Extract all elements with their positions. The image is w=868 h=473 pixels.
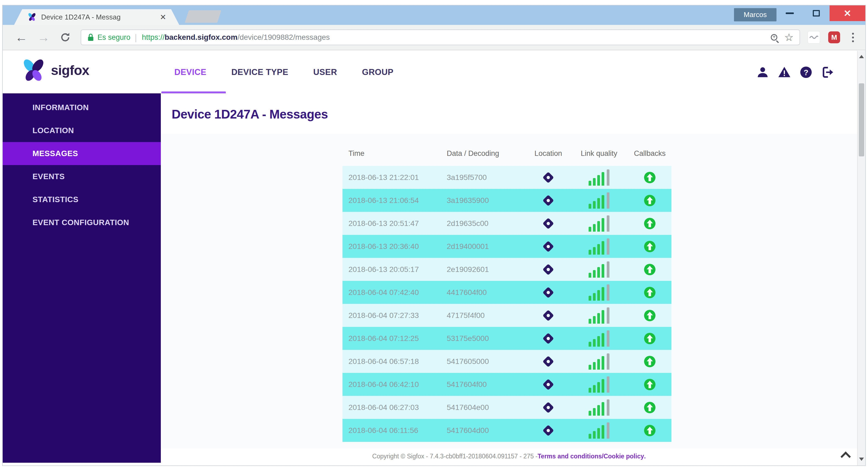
address-bar[interactable]: Es seguro | https://backend.sigfox.com/d… [81, 30, 800, 45]
location-icon[interactable] [542, 356, 554, 367]
messages-content: Device 1D247A - Messages Time Data / Dec… [161, 93, 857, 448]
link-quality-cell [570, 353, 628, 370]
sidebar-item-events[interactable]: EVENTS [3, 165, 161, 188]
sigfox-butterfly-icon [20, 57, 47, 84]
callback-up-arrow-icon[interactable] [644, 194, 656, 207]
location-cell [527, 334, 570, 343]
location-icon[interactable] [542, 241, 554, 252]
nav-item-user[interactable]: USER [301, 51, 349, 93]
sigfox-favicon-icon [27, 12, 37, 22]
sidebar-item-statistics[interactable]: STATISTICS [3, 188, 161, 211]
scrollbar-up-arrow[interactable] [858, 52, 865, 61]
sidebar-item-information[interactable]: INFORMATION [3, 96, 161, 119]
window-restore-button[interactable] [803, 5, 830, 21]
location-cell [527, 311, 570, 319]
url-text[interactable]: https://backend.sigfox.com/device/190988… [142, 33, 330, 42]
location-icon[interactable] [542, 264, 554, 275]
browser-menu-icon[interactable] [848, 32, 858, 43]
page-scrollbar[interactable] [857, 51, 865, 465]
callback-up-arrow-icon[interactable] [644, 424, 656, 437]
sidebar-item-event-configuration[interactable]: EVENT CONFIGURATION [3, 211, 161, 234]
sigfox-logo[interactable]: sigfox [20, 57, 89, 84]
user-profile-icon[interactable] [756, 66, 769, 78]
help-icon[interactable]: ? [800, 66, 812, 78]
reload-button[interactable] [60, 32, 71, 43]
nav-item-device[interactable]: DEVICE [168, 51, 219, 93]
secure-lock-icon [87, 33, 94, 42]
location-cell [527, 173, 570, 181]
location-icon[interactable] [542, 333, 554, 344]
callback-up-arrow-icon[interactable] [644, 378, 656, 391]
browser-toolbar: ← → Es seguro | https://backend.sigfox.c… [3, 25, 865, 50]
terms-link[interactable]: Terms and conditions [538, 453, 602, 460]
back-button[interactable]: ← [15, 31, 28, 43]
callback-up-arrow-icon[interactable] [644, 240, 656, 253]
callback-up-arrow-icon[interactable] [644, 401, 656, 414]
logout-icon[interactable] [821, 66, 834, 78]
header-icons: ? [756, 51, 834, 93]
reload-icon [60, 32, 71, 43]
callbacks-cell [628, 240, 672, 253]
sigfox-page: sigfox DEVICE DEVICE TYPE USER GROUP [3, 51, 865, 465]
location-cell [527, 242, 570, 250]
brand-wordmark: sigfox [51, 63, 89, 78]
callback-up-arrow-icon[interactable] [644, 309, 656, 322]
tab-close-icon[interactable]: ✕ [160, 13, 166, 22]
message-time: 2018-06-13 20:05:17 [342, 265, 447, 274]
window-close-button[interactable]: ✕ [830, 5, 865, 21]
cookie-policy-link[interactable]: Cookie policy [603, 453, 644, 460]
location-icon[interactable] [542, 172, 554, 183]
sidebar-item-location[interactable]: LOCATION [3, 119, 161, 142]
link-quality-cell [570, 307, 628, 324]
message-row: 2018-06-04 06:57:18 5417605000 [342, 350, 672, 373]
bookmark-star-icon[interactable]: ☆ [784, 32, 794, 42]
message-data: 5417605000 [447, 357, 527, 366]
callback-up-arrow-icon[interactable] [644, 263, 656, 276]
scrollbar-thumb[interactable] [859, 83, 864, 157]
location-cell [527, 289, 570, 297]
message-data: 3a195f5700 [447, 173, 527, 182]
location-icon[interactable] [542, 310, 554, 321]
callbacks-cell [628, 286, 672, 299]
browser-titlebar: Device 1D247A - Messag ✕ Marcos ✕ [3, 5, 865, 25]
callback-up-arrow-icon[interactable] [644, 355, 656, 368]
message-row: 2018-06-13 21:22:01 3a195f5700 [342, 166, 672, 189]
message-row: 2018-06-13 20:51:47 2d19635c00 [342, 212, 672, 235]
location-icon[interactable] [542, 402, 554, 413]
nav-item-device-type[interactable]: DEVICE TYPE [219, 51, 301, 93]
nav-item-group[interactable]: GROUP [349, 51, 406, 93]
scroll-to-top-chevron-icon[interactable] [841, 451, 849, 459]
extension-red-badge[interactable]: M [828, 31, 840, 43]
location-cell [527, 358, 570, 366]
callback-up-arrow-icon[interactable] [644, 332, 656, 345]
location-icon[interactable] [542, 217, 554, 229]
browser-tab[interactable]: Device 1D247A - Messag ✕ [14, 9, 179, 25]
address-divider: | [135, 32, 137, 42]
extension-squiggle-icon[interactable] [808, 31, 820, 43]
location-icon[interactable] [542, 286, 554, 298]
app-header: sigfox DEVICE DEVICE TYPE USER GROUP [3, 51, 857, 93]
callbacks-cell [628, 424, 672, 437]
new-tab-button[interactable] [185, 10, 221, 23]
window-minimize-button[interactable] [776, 5, 803, 21]
scrollbar-down-arrow[interactable] [858, 454, 865, 464]
zoom-icon[interactable] [771, 34, 777, 41]
location-icon[interactable] [542, 378, 554, 390]
location-icon[interactable] [542, 425, 554, 436]
location-icon[interactable] [542, 195, 554, 206]
callback-up-arrow-icon[interactable] [644, 217, 656, 230]
message-data: 2d19400001 [447, 242, 527, 251]
message-time: 2018-06-04 06:57:18 [342, 357, 447, 366]
message-time: 2018-06-13 21:06:54 [342, 196, 447, 205]
callback-up-arrow-icon[interactable] [644, 286, 656, 299]
warnings-icon[interactable] [778, 66, 791, 78]
sidebar-item-messages[interactable]: MESSAGES [3, 142, 161, 165]
signal-bars-icon [589, 376, 610, 393]
screenshot-root: Device 1D247A - Messag ✕ Marcos ✕ ← → [0, 0, 868, 473]
secure-label[interactable]: Es seguro [97, 33, 130, 42]
callback-up-arrow-icon[interactable] [644, 171, 656, 184]
device-sidebar: INFORMATION LOCATION MESSAGES EVENTS STA… [3, 93, 161, 463]
page-title: Device 1D247A - Messages [172, 107, 857, 122]
forward-button[interactable]: → [37, 31, 50, 43]
browser-profile-badge[interactable]: Marcos [734, 8, 776, 21]
